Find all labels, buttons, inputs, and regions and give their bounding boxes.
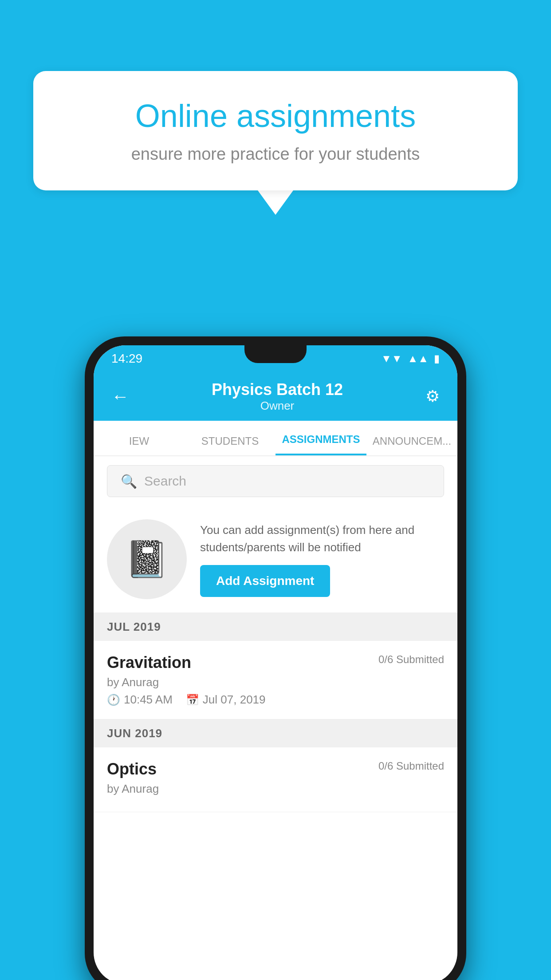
add-assignment-description: You can add assignment(s) from here and … — [200, 522, 444, 556]
assignment-submitted-gravitation: 0/6 Submitted — [378, 653, 444, 666]
notebook-icon: 📓 — [125, 538, 169, 580]
header-center: Physics Batch 12 Owner — [212, 380, 343, 413]
assignment-meta-gravitation: 🕐 10:45 AM 📅 Jul 07, 2019 — [107, 693, 444, 707]
speech-bubble: Online assignments ensure more practice … — [33, 71, 518, 190]
section-label-jul: JUL 2019 — [107, 620, 161, 633]
search-input[interactable]: Search — [144, 474, 186, 489]
assignment-author-optics: by Anurag — [107, 782, 444, 796]
speech-bubble-container: Online assignments ensure more practice … — [33, 71, 518, 215]
phone-device: 14:29 ▼▼ ▲▲ ▮ ← Physics Batch 12 Owner ⚙… — [85, 336, 466, 980]
status-bar: 14:29 ▼▼ ▲▲ ▮ — [94, 345, 457, 372]
assignment-row-top: Gravitation 0/6 Submitted — [107, 653, 444, 672]
add-assignment-section: 📓 You can add assignment(s) from here an… — [94, 506, 457, 613]
assignment-date-gravitation: 📅 Jul 07, 2019 — [186, 693, 266, 707]
add-assignment-content: You can add assignment(s) from here and … — [200, 522, 444, 597]
assignment-submitted-optics: 0/6 Submitted — [378, 760, 444, 772]
tab-iew[interactable]: IEW — [94, 435, 185, 455]
status-time: 14:29 — [111, 352, 142, 366]
phone-screen: 14:29 ▼▼ ▲▲ ▮ ← Physics Batch 12 Owner ⚙… — [94, 345, 457, 980]
tab-announcements[interactable]: ANNOUNCEM... — [366, 435, 457, 455]
assignment-author-gravitation: by Anurag — [107, 676, 444, 689]
section-jun-2019: JUN 2019 — [94, 719, 457, 747]
header-subtitle: Owner — [212, 399, 343, 413]
header-title: Physics Batch 12 — [212, 380, 343, 399]
section-jul-2019: JUL 2019 — [94, 613, 457, 641]
search-container: 🔍 Search — [94, 456, 457, 506]
notch — [244, 345, 307, 363]
calendar-icon: 📅 — [186, 694, 199, 706]
settings-button[interactable]: ⚙ — [425, 387, 440, 406]
speech-bubble-arrow — [258, 190, 293, 215]
search-icon: 🔍 — [121, 474, 137, 489]
assignment-time-gravitation: 🕐 10:45 AM — [107, 693, 173, 707]
tabs-bar: IEW STUDENTS ASSIGNMENTS ANNOUNCEM... — [94, 421, 457, 456]
clock-icon: 🕐 — [107, 694, 120, 706]
assignment-gravitation[interactable]: Gravitation 0/6 Submitted by Anurag 🕐 10… — [94, 641, 457, 719]
wifi-icon: ▼▼ — [381, 352, 402, 365]
assignment-optics[interactable]: Optics 0/6 Submitted by Anurag — [94, 747, 457, 812]
assignment-name-gravitation: Gravitation — [107, 653, 191, 672]
signal-icon: ▲▲ — [407, 352, 429, 365]
assignment-name-optics: Optics — [107, 760, 157, 778]
assignment-optics-row-top: Optics 0/6 Submitted — [107, 760, 444, 778]
battery-icon: ▮ — [434, 352, 440, 365]
add-assignment-button[interactable]: Add Assignment — [200, 565, 330, 597]
status-icons: ▼▼ ▲▲ ▮ — [381, 352, 440, 365]
app-header: ← Physics Batch 12 Owner ⚙ — [94, 372, 457, 421]
section-label-jun: JUN 2019 — [107, 727, 162, 740]
tab-assignments[interactable]: ASSIGNMENTS — [276, 433, 366, 455]
search-bar[interactable]: 🔍 Search — [107, 465, 444, 497]
assignment-icon-circle: 📓 — [107, 519, 187, 599]
speech-bubble-title: Online assignments — [69, 98, 482, 134]
back-button[interactable]: ← — [111, 387, 129, 407]
tab-students[interactable]: STUDENTS — [185, 435, 276, 455]
speech-bubble-subtitle: ensure more practice for your students — [69, 145, 482, 164]
